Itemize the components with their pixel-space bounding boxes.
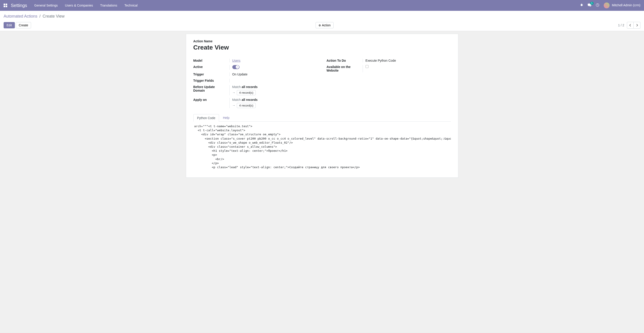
label-available-website: Available on the Website [326, 65, 363, 72]
avatar [604, 2, 610, 8]
edit-button[interactable]: Edit [4, 22, 15, 28]
pager-nav [627, 22, 640, 28]
field-available-website: Available on the Website [326, 64, 451, 74]
arrow-icon: → [232, 91, 236, 94]
nav-general-settings[interactable]: General Settings [34, 4, 58, 7]
cp-center: Action [31, 22, 618, 28]
label-model: Model [193, 59, 229, 62]
breadcrumb: Automated Actions / Create View [4, 13, 640, 20]
field-apply-on: Apply on Match all records →4 record(s) [193, 96, 318, 110]
field-
action-to-do: Action To Do Execute Python Code [326, 58, 451, 64]
tab-python-code[interactable]: Python Code [193, 114, 219, 122]
apps-icon[interactable] [4, 4, 7, 7]
title-section: Action Name Create View [193, 40, 451, 51]
nav-technical[interactable]: Technical [124, 4, 138, 7]
pager-next-button[interactable] [634, 22, 640, 28]
form-sheet: Action Name Create View Model Users Acti… [186, 34, 458, 178]
field-before-update-domain: Before Update Domain Match all records →… [193, 84, 318, 96]
chevron-left-icon [629, 24, 631, 26]
value-action-to-do: Execute Python Code [366, 59, 396, 62]
tabs: Python Code Help [193, 114, 451, 122]
match-text-2: Match all records [232, 98, 258, 102]
form-col-left: Model Users Active Trigger On Update Tri… [193, 58, 318, 110]
available-website-checkbox[interactable] [366, 65, 368, 68]
field-active: Active [193, 64, 318, 71]
value-model[interactable]: Users [232, 59, 241, 62]
nav-menu: General Settings Users & Companies Trans… [34, 4, 580, 7]
field-trigger: Trigger On Update [193, 71, 318, 78]
content-area: Action Name Create View Model Users Acti… [0, 31, 644, 180]
breadcrumb-current: Create View [42, 14, 64, 18]
top-navbar: Settings General Settings Users & Compan… [0, 0, 644, 11]
code-body: """<t t-name="website.test"> <t t-call="… [194, 124, 451, 169]
control-panel: Automated Actions / Create View Edit Cre… [0, 11, 644, 31]
pager-prev-button[interactable] [627, 22, 634, 28]
label-apply-on: Apply on [193, 98, 229, 108]
action-name-label: Action Name [193, 40, 451, 43]
pager-text[interactable]: 1 / 2 [618, 24, 624, 27]
clock-icon[interactable] [596, 4, 599, 8]
breadcrumb-parent[interactable]: Automated Actions [4, 14, 37, 18]
label-before-update-domain: Before Update Domain [193, 85, 229, 95]
label-trigger-fields: Trigger Fields [193, 79, 229, 82]
label-trigger: Trigger [193, 72, 229, 76]
user-menu[interactable]: Mitchell Admin (crm) [604, 2, 640, 8]
chevron-right-icon [636, 24, 638, 26]
message-count-badge: 5 [590, 2, 594, 5]
nav-right: 5 Mitchell Admin (crm) [580, 2, 640, 8]
tab-help[interactable]: Help [219, 114, 233, 121]
nav-users-companies[interactable]: Users & Companies [65, 4, 93, 7]
action-button[interactable]: Action [316, 22, 334, 28]
cp-bottom: Edit Create Action 1 / 2 [4, 20, 640, 31]
label-action-to-do: Action To Do [326, 59, 363, 62]
bug-icon[interactable] [580, 4, 583, 8]
active-toggle[interactable] [232, 65, 240, 69]
code-key: arch [194, 124, 201, 128]
breadcrumb-sep: / [40, 14, 40, 18]
messages-icon[interactable]: 5 [588, 4, 591, 8]
field-trigger-fields: Trigger Fields [193, 78, 318, 84]
create-button[interactable]: Create [16, 22, 31, 28]
arrow-icon: → [232, 104, 236, 107]
label-active: Active [193, 65, 229, 70]
field-model: Model Users [193, 58, 318, 64]
app-brand: Settings [11, 3, 27, 8]
records-button-1[interactable]: 4 record(s) [237, 90, 256, 95]
records-button-2[interactable]: 4 record(s) [237, 103, 256, 108]
code-op: = [201, 124, 203, 128]
nav-translations[interactable]: Translations [100, 4, 117, 7]
match-text-1: Match all records [232, 85, 258, 89]
cp-left: Edit Create [4, 22, 31, 28]
action-name-value: Create View [193, 44, 451, 51]
cp-right: 1 / 2 [618, 22, 640, 28]
form-col-right: Action To Do Execute Python Code Availab… [326, 58, 451, 110]
form-fields: Model Users Active Trigger On Update Tri… [193, 58, 451, 110]
python-code-block: arch="""<t t-name="website.test"> <t t-c… [193, 122, 451, 172]
value-trigger: On Update [232, 72, 248, 76]
user-name: Mitchell Admin (crm) [612, 4, 640, 7]
